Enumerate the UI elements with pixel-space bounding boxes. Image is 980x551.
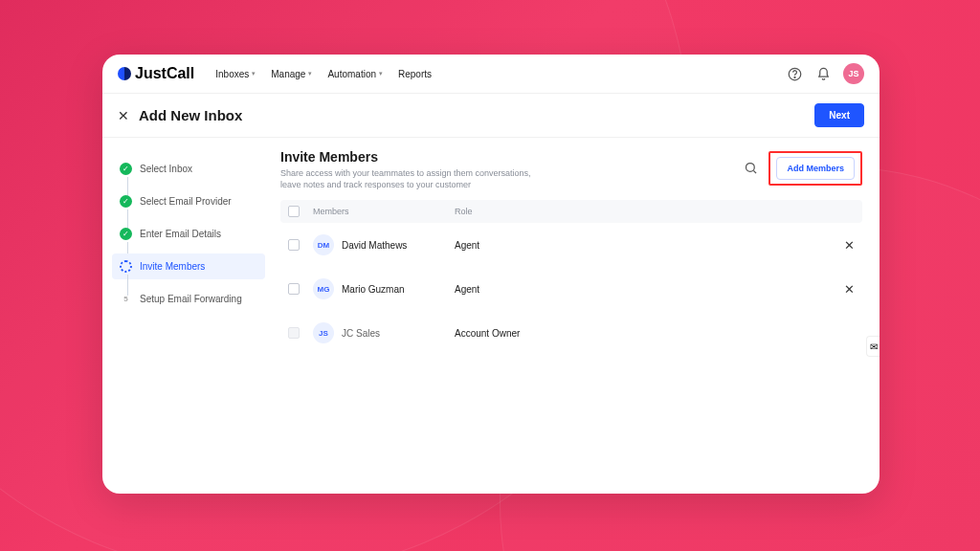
step-enter-email-details[interactable]: ✓ Enter Email Details	[112, 221, 265, 247]
members-table: Members Role DM David Mathews Agent ✕	[280, 200, 862, 355]
help-icon[interactable]	[786, 65, 803, 82]
member-avatar: MG	[313, 278, 334, 299]
topbar-actions: JS	[786, 63, 864, 84]
app-window: JustCall Inboxes▾ Manage▾ Automation▾ Re…	[102, 55, 880, 494]
nav-reports[interactable]: Reports	[398, 69, 432, 79]
add-members-highlight: Add Members	[768, 151, 862, 186]
section-header: Invite Members Share access with your te…	[280, 149, 862, 190]
step-label: Setup Email Forwarding	[140, 294, 242, 304]
member-name: Mario Guzman	[342, 284, 405, 295]
current-step-icon	[120, 260, 132, 273]
svg-point-2	[746, 164, 755, 172]
add-members-button[interactable]: Add Members	[776, 157, 855, 180]
section-title: Invite Members	[280, 149, 548, 165]
nav-manage[interactable]: Manage▾	[271, 69, 312, 79]
member-role: Agent	[455, 284, 826, 295]
step-select-email-provider[interactable]: ✓ Select Email Provider	[112, 188, 265, 214]
select-all-checkbox[interactable]	[288, 206, 300, 217]
table-row: JS JC Sales Account Owner	[280, 311, 862, 355]
chevron-down-icon: ▾	[252, 70, 256, 77]
nav-automation[interactable]: Automation▾	[327, 69, 383, 79]
bell-icon[interactable]	[814, 65, 832, 82]
member-avatar: JS	[313, 322, 334, 343]
step-label: Select Email Provider	[140, 196, 232, 207]
member-cell: DM David Mathews	[313, 234, 455, 255]
brand-name: JustCall	[135, 65, 194, 82]
search-icon[interactable]	[744, 161, 759, 176]
member-name: David Mathews	[342, 240, 407, 251]
member-name: JC Sales	[342, 328, 380, 339]
chevron-down-icon: ▾	[379, 70, 383, 77]
steps-sidebar: ✓ Select Inbox ✓ Select Email Provider ✓…	[102, 138, 265, 494]
member-avatar: DM	[313, 234, 334, 255]
table-header: Members Role	[280, 200, 862, 223]
topbar: JustCall Inboxes▾ Manage▾ Automation▾ Re…	[102, 55, 880, 94]
step-select-inbox[interactable]: ✓ Select Inbox	[112, 156, 265, 182]
member-role: Account Owner	[455, 328, 826, 339]
check-icon: ✓	[120, 228, 132, 240]
step-invite-members[interactable]: Invite Members	[112, 253, 265, 279]
titlebar: ✕ Add New Inbox Next	[102, 94, 880, 138]
member-cell: JS JC Sales	[313, 322, 455, 343]
member-cell: MG Mario Guzman	[313, 278, 455, 299]
check-icon: ✓	[120, 163, 132, 175]
check-icon: ✓	[120, 195, 132, 208]
section-subtitle: Share access with your teammates to assi…	[280, 167, 548, 190]
table-row: DM David Mathews Agent ✕	[280, 223, 862, 267]
body: ✓ Select Inbox ✓ Select Email Provider ✓…	[102, 138, 880, 494]
brand-logo[interactable]: JustCall	[118, 65, 194, 82]
side-drawer-handle[interactable]: ✉	[866, 336, 880, 357]
page-title: Add New Inbox	[139, 107, 242, 123]
member-role: Agent	[455, 240, 826, 251]
svg-point-1	[794, 77, 795, 77]
step-label: Invite Members	[140, 261, 205, 272]
column-role: Role	[455, 207, 826, 216]
step-label: Select Inbox	[140, 164, 192, 174]
close-icon[interactable]: ✕	[118, 108, 129, 123]
next-button[interactable]: Next	[814, 103, 864, 127]
main-nav: Inboxes▾ Manage▾ Automation▾ Reports	[215, 69, 432, 79]
step-setup-email-forwarding[interactable]: 5 Setup Email Forwarding	[112, 286, 265, 312]
section-actions: Add Members	[744, 151, 862, 186]
logo-mark-icon	[118, 67, 131, 80]
content-panel: Invite Members Share access with your te…	[265, 138, 880, 494]
row-checkbox	[288, 327, 300, 339]
row-checkbox[interactable]	[288, 283, 300, 295]
chevron-down-icon: ▾	[308, 70, 312, 77]
row-checkbox[interactable]	[288, 239, 300, 251]
table-row: MG Mario Guzman Agent ✕	[280, 267, 862, 311]
column-members: Members	[313, 207, 455, 216]
nav-inboxes[interactable]: Inboxes▾	[215, 69, 256, 79]
remove-member-icon[interactable]: ✕	[826, 282, 855, 297]
remove-member-icon[interactable]: ✕	[826, 238, 855, 253]
step-number: 5	[120, 293, 132, 305]
user-avatar[interactable]: JS	[843, 63, 864, 84]
step-label: Enter Email Details	[140, 229, 221, 239]
